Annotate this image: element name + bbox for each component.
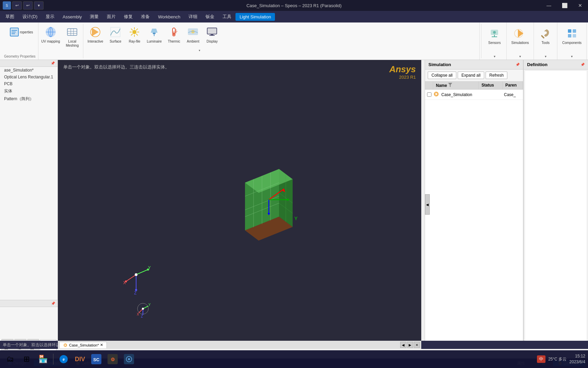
ribbon-btn-surface[interactable]: Surface [107, 24, 124, 58]
ribbon-btn-interactive[interactable]: Interactive [85, 24, 105, 58]
maximize-btn[interactable]: ⬜ [557, 0, 572, 11]
app5-taskbar-btn[interactable]: SC [89, 352, 104, 367]
undo-btn[interactable]: ↩ [12, 1, 22, 10]
svg-point-104 [128, 358, 130, 360]
ribbon-btn-ray-file[interactable]: Ray-file [126, 24, 143, 58]
simulations-group-label: ▾ [519, 54, 521, 58]
ribbon-btn-ambient[interactable]: Ambient ▾ [184, 24, 202, 58]
sim-pin-icon[interactable]: 📌 [516, 63, 520, 66]
tab-close-btn[interactable]: ✕ [100, 343, 103, 347]
tree-item-solid[interactable]: 实体 [0, 87, 58, 95]
menu-measure[interactable]: 测量 [86, 12, 103, 21]
sensors-group-label: ▾ [494, 54, 495, 58]
svg-point-76 [135, 273, 137, 276]
ribbon-btn-luminaire[interactable]: Luminaire [145, 24, 164, 58]
svg-text:X: X [137, 312, 139, 316]
weather-text: 25°C 多云 [548, 356, 567, 362]
svg-point-42 [493, 31, 496, 34]
refresh-btn[interactable]: Refresh [486, 72, 507, 79]
svg-rect-4 [12, 33, 15, 34]
browser-taskbar-btn[interactable]: e [56, 352, 71, 367]
svg-rect-48 [573, 29, 576, 33]
svg-rect-38 [211, 34, 213, 35]
svg-text:Z: Z [134, 291, 136, 295]
quick-menu-btn[interactable]: ▾ [34, 1, 44, 10]
y-axis-label: Y [294, 216, 298, 221]
menu-sheetmetal[interactable]: 钣金 [201, 12, 218, 21]
svg-rect-50 [573, 34, 576, 37]
ribbon-group-simulations: Simulations ▾ [507, 22, 534, 60]
store-taskbar-btn[interactable]: 🏪 [35, 352, 50, 367]
pin-icon-2[interactable]: 📌 [51, 302, 55, 305]
sim-checkbox[interactable] [427, 92, 431, 97]
ribbon-btn-local-meshing[interactable]: LocalMeshing [63, 24, 81, 58]
expand-all-btn[interactable]: Expand all [458, 72, 484, 79]
redo-btn[interactable]: ↩ [23, 1, 33, 10]
menu-surface[interactable]: 面片 [103, 12, 120, 21]
next-view-btn[interactable]: ▶ [407, 342, 413, 348]
svg-point-78 [147, 269, 149, 271]
ribbon-btn-display[interactable]: Display [203, 24, 221, 58]
simulation-table-header: Name Status Paren [425, 81, 523, 90]
prev-view-btn[interactable]: ◀ [400, 342, 406, 348]
menu-workbench[interactable]: Workbench [154, 13, 184, 21]
sensors-icon [488, 27, 501, 40]
close-btn[interactable]: ✕ [572, 0, 588, 11]
sim-panel-collapse-left[interactable]: ◀ [425, 194, 430, 215]
properties-label: roperties [20, 30, 33, 34]
ribbon-btn-components[interactable]: Components [560, 25, 584, 46]
ribbon-btn-sensors[interactable]: Sensors [486, 25, 503, 46]
geometry-properties-label: Geometry Properties [4, 54, 35, 58]
simulation-toolbar: Collapse all Expand all Refresh [425, 70, 523, 81]
tree-item-pattern[interactable]: Pattern（阵列） [0, 95, 58, 103]
menu-caotu[interactable]: 草图 [1, 12, 18, 21]
svg-rect-9 [67, 29, 77, 35]
menu-assembly[interactable]: Assembly [59, 13, 86, 21]
menu-detail[interactable]: 详细 [184, 12, 201, 21]
menu-prepare[interactable]: 准备 [137, 12, 154, 21]
filter-icon[interactable] [448, 83, 452, 87]
menu-tools[interactable]: 工具 [218, 12, 235, 21]
def-pin-icon[interactable]: 📌 [581, 63, 585, 66]
tree-item-pcb[interactable]: PCB [0, 80, 58, 87]
ribbon-btn-properties[interactable]: roperties [8, 25, 32, 39]
ribbon-btn-simulations[interactable]: Simulations [509, 25, 531, 46]
collapse-all-btn[interactable]: Collapse all [428, 72, 456, 79]
media-taskbar-btn[interactable]: DIV [72, 352, 87, 367]
minimize-btn[interactable]: — [541, 0, 557, 11]
sim-row-case[interactable]: Case_Simulation Case_ [425, 90, 523, 100]
ime-zh-icon[interactable]: 中 [537, 355, 545, 363]
ribbon-btn-uv-mapping[interactable]: UV mapping [39, 24, 62, 58]
row-checkbox[interactable] [425, 92, 433, 97]
tree-item-simulation[interactable]: ase_Simulation* [0, 67, 58, 74]
svg-rect-26 [153, 33, 156, 34]
files-taskbar-btn[interactable]: 🗂 [3, 352, 18, 367]
definition-content [525, 71, 587, 348]
svg-marker-14 [92, 28, 99, 36]
svg-text:e: e [63, 357, 65, 362]
viewport[interactable]: 单击一个对象。双击以选择环边。三连击以选择实体。 Ansys 2023 R1 [58, 60, 421, 349]
pin-icon[interactable]: 📌 [51, 61, 55, 65]
ribbon-btn-thermic[interactable]: Thermic [165, 24, 183, 58]
definition-panel-header: Definition 📌 [524, 60, 588, 70]
thermic-label: Thermic [168, 40, 180, 44]
svg-line-70 [126, 275, 136, 281]
menu-light-simulation[interactable]: Light Simulation [235, 13, 275, 21]
ribbon-btn-tools[interactable]: Tools [537, 25, 554, 46]
ray-file-label: Ray-file [129, 40, 140, 44]
ribbon: roperties Geometry Properties UV mapping [0, 22, 588, 60]
app7-taskbar-btn[interactable] [121, 352, 136, 367]
windows-taskbar-btn[interactable]: ⊞ [19, 352, 34, 367]
definition-panel: Definition 📌 [523, 60, 588, 349]
view-tab-case[interactable]: Case_Simulation* ✕ [59, 342, 107, 348]
tree-item-optical-lens[interactable]: Optical Lens Rectangular.1 [0, 74, 58, 80]
view-tab-label: Case_Simulation* [69, 343, 99, 347]
uv-mapping-icon [45, 26, 57, 38]
menu-bar: 草图 设计(D) 显示 Assembly 测量 面片 修复 准备 Workben… [0, 11, 588, 22]
menu-design[interactable]: 设计(D) [18, 12, 42, 21]
taskbar-sep-1 [53, 354, 53, 365]
menu-repair[interactable]: 修复 [120, 12, 137, 21]
close-view-btn[interactable]: ✕ [414, 342, 420, 348]
menu-display[interactable]: 显示 [42, 12, 59, 21]
app6-taskbar-btn[interactable]: ⚙ [105, 352, 120, 367]
